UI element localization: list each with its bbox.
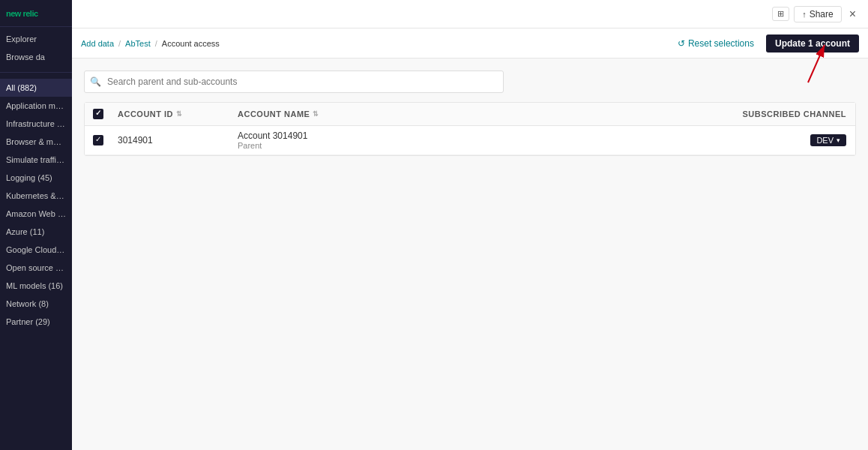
sidebar-item-all[interactable]: All (882) [0,79,72,97]
update-account-button[interactable]: Update 1 account [766,34,859,52]
header-account-id[interactable]: ACCOUNT ID ⇅ [112,110,232,118]
search-wrapper: 🔍 [84,70,504,93]
header-account-name[interactable]: ACCOUNT NAME ⇅ [232,110,720,118]
breadcrumb: Add data / AbTest / Account access [81,39,220,48]
account-name-sort-icon: ⇅ [313,110,319,118]
sidebar-item-ml-models[interactable]: ML models (16) [0,277,72,295]
sidebar-item-infrastructure[interactable]: Infrastructure & OS m [0,115,72,133]
row-checkbox-cell [85,135,112,146]
sidebar-item-open-source[interactable]: Open source monito [0,259,72,277]
content-area: 🔍 ACCOUNT ID ⇅ ACCOUNT NAME [72,58,868,450]
row-channel-cell: DEV ▾ [720,134,855,146]
header-subscribed-channel: SUBSCRIBED CHANNEL [720,110,855,118]
channel-chevron-icon: ▾ [837,136,840,144]
select-all-checkbox[interactable] [93,109,103,119]
row-account-id: 3014901 [112,135,232,146]
sidebar-item-simulate-traffic[interactable]: Simulate traffic (7) [0,151,72,169]
search-input[interactable] [84,70,504,93]
sidebar-item-browse[interactable]: Browse da [0,48,72,66]
sidebar-item-browser-mobile[interactable]: Browser & mobile (3 [0,133,72,151]
app-logo: new relic [0,0,72,27]
sidebar: new relic Explorer Browse da All (882) A… [0,0,72,450]
accounts-table: ACCOUNT ID ⇅ ACCOUNT NAME ⇅ SUBSCRIBED C… [84,102,856,156]
sidebar-item-explorer[interactable]: Explorer [0,30,72,48]
table-row: 3014901 Account 3014901 Parent DEV ▾ [85,126,855,155]
row-account-name-cell: Account 3014901 Parent [232,130,720,150]
share-icon: ↑ [802,10,807,19]
row-checkbox[interactable] [93,135,103,146]
channel-badge[interactable]: DEV ▾ [810,134,846,146]
sidebar-categories: All (882) Application monitors Infrastru… [0,76,72,334]
sidebar-top-nav: Explorer Browse da [0,27,72,69]
share-button[interactable]: ↑ Share [794,6,842,22]
breadcrumb-add-data[interactable]: Add data [81,39,114,48]
search-container: 🔍 [84,70,856,93]
search-icon: 🔍 [90,76,101,87]
topbar: Add data / AbTest / Account access ↺ Res… [72,28,868,58]
header-checkbox-cell [85,109,112,119]
topbar-actions: ↺ Reset selections Update 1 account [672,34,859,52]
sidebar-item-application-monitors[interactable]: Application monitors [0,97,72,115]
help-button[interactable]: ⊞ [772,7,789,21]
sidebar-item-partner[interactable]: Partner (29) [0,313,72,331]
window-header: ⊞ ↑ Share × [72,0,868,28]
account-id-sort-icon: ⇅ [176,110,183,118]
sidebar-item-gcp[interactable]: Google Cloud Platfo [0,241,72,259]
reset-selections-button[interactable]: ↺ Reset selections [672,35,760,52]
table-header-row: ACCOUNT ID ⇅ ACCOUNT NAME ⇅ SUBSCRIBED C… [85,103,855,126]
breadcrumb-ab-test[interactable]: AbTest [125,39,151,48]
reset-icon: ↺ [678,38,685,49]
sidebar-item-network[interactable]: Network (8) [0,295,72,313]
window-header-right: ⊞ ↑ Share × [772,6,859,22]
sidebar-item-kubernetes[interactable]: Kubernetes & conta [0,187,72,205]
logo-text: new relic [6,9,38,18]
sidebar-item-azure[interactable]: Azure (11) [0,223,72,241]
row-account-name: Account 3014901 [238,130,714,141]
sidebar-item-aws[interactable]: Amazon Web Servic [0,205,72,223]
close-button[interactable]: × [846,8,859,21]
breadcrumb-current: Account access [162,39,220,48]
main-panel: ⊞ ↑ Share × Add data / AbTest / Account … [72,0,868,450]
sidebar-item-logging[interactable]: Logging (45) [0,169,72,187]
row-account-type: Parent [238,141,714,150]
